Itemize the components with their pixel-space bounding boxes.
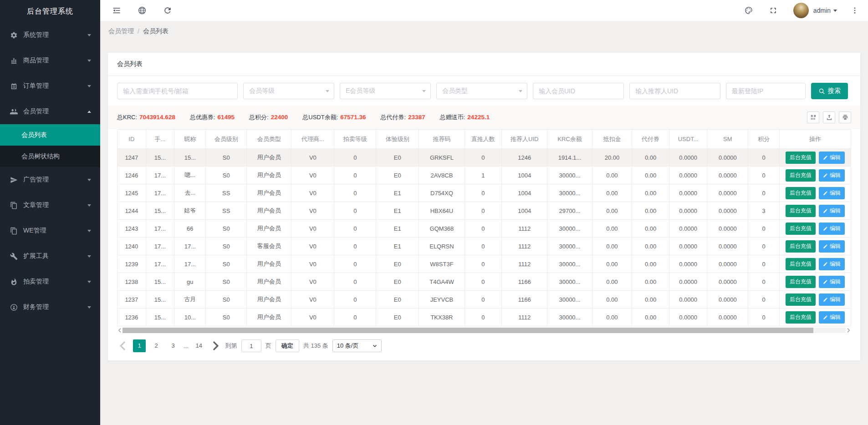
recharge-button[interactable]: 后台充值 — [786, 223, 816, 235]
horizontal-scrollbar — [117, 327, 851, 333]
stat-item: 总USDT余额:67571.36 — [302, 113, 366, 121]
export-icon — [826, 114, 832, 121]
stat-value: 22400 — [271, 114, 288, 121]
users-icon — [10, 108, 18, 116]
page-size-select[interactable]: 10 条/页 — [332, 339, 382, 352]
recharge-button[interactable]: 后台充值 — [786, 152, 816, 164]
table-cell: 1238 — [117, 273, 146, 291]
recharge-button[interactable]: 后台充值 — [786, 293, 816, 306]
action-cell: 后台充值编辑 — [780, 220, 851, 238]
edit-button-label: 编辑 — [830, 207, 841, 215]
table-row: 123715...古月S0用户会员V00E0JEYVCB0116630000..… — [117, 291, 851, 309]
goto-page-input[interactable] — [241, 339, 261, 352]
edit-button[interactable]: 编辑 — [819, 169, 845, 182]
user-menu[interactable]: admin — [813, 7, 837, 14]
sidebar-item-4[interactable]: 广告管理 — [0, 167, 100, 192]
table-cell: 30000... — [547, 184, 592, 202]
edit-button[interactable]: 编辑 — [819, 223, 845, 235]
sidebar-item-3[interactable]: 会员管理 — [0, 99, 100, 124]
recharge-button[interactable]: 后台充值 — [786, 311, 816, 324]
edit-button[interactable]: 编辑 — [819, 311, 845, 324]
goto-label: 到第 — [225, 342, 237, 350]
columns-button[interactable] — [807, 111, 819, 123]
more-menu-icon[interactable] — [851, 6, 859, 15]
scrollbar-thumb[interactable] — [123, 328, 813, 333]
page-number-3[interactable]: 3 — [167, 339, 179, 352]
member-level-select[interactable]: 会员等级 — [243, 83, 334, 99]
plane-icon — [10, 176, 18, 184]
column-header: 会员类型 — [247, 130, 291, 149]
sidebar-collapse-icon[interactable] — [112, 6, 121, 15]
action-buttons: 后台充值编辑 — [782, 187, 848, 199]
breadcrumb-section[interactable]: 会员管理 — [108, 27, 134, 35]
avatar[interactable] — [793, 3, 809, 18]
recharge-button[interactable]: 后台充值 — [786, 187, 816, 199]
recharge-button[interactable]: 后台充值 — [786, 276, 816, 288]
print-button[interactable] — [839, 111, 851, 123]
sidebar-item-5[interactable]: 文章管理 — [0, 192, 100, 218]
pencil-icon — [823, 208, 828, 213]
search-button[interactable]: 搜索 — [811, 83, 848, 99]
prev-page-icon[interactable] — [117, 339, 129, 352]
export-button[interactable] — [823, 111, 835, 123]
page-number-14[interactable]: 14 — [193, 339, 205, 352]
edit-button[interactable]: 编辑 — [819, 293, 845, 306]
sidebar-subitem-1[interactable]: 会员树状结构 — [0, 146, 100, 167]
table-cell: 1243 — [117, 220, 146, 238]
edit-button-label: 编辑 — [830, 225, 841, 233]
sidebar-item-label: 订单管理 — [23, 82, 87, 90]
e-member-level-select[interactable]: E会员等级 — [340, 83, 431, 99]
next-page-icon[interactable] — [209, 339, 221, 352]
latest-login-ip-input[interactable] — [726, 83, 806, 99]
scroll-left-icon[interactable] — [117, 328, 123, 333]
table-cell: 0 — [465, 184, 501, 202]
table-cell: 0.0000 — [669, 184, 707, 202]
table-cell: 3 — [748, 202, 780, 220]
edit-button-label: 编辑 — [830, 154, 841, 162]
recharge-button[interactable]: 后台充值 — [786, 169, 816, 182]
sidebar-menu: 系统管理商品管理订单管理会员管理会员列表会员树状结构广告管理文章管理WE管理扩展… — [0, 22, 100, 320]
sidebar-item-2[interactable]: 订单管理 — [0, 73, 100, 99]
action-cell: 后台充值编辑 — [780, 291, 851, 309]
grid-icon — [810, 114, 817, 121]
table-cell: 1112 — [502, 220, 547, 238]
language-globe-icon[interactable] — [138, 6, 147, 15]
member-type-select[interactable]: 会员类型 — [436, 83, 527, 99]
table-cell: S0 — [206, 309, 247, 326]
recharge-button[interactable]: 后台充值 — [786, 240, 816, 253]
sidebar-item-8[interactable]: 拍卖管理 — [0, 269, 100, 294]
edit-button[interactable]: 编辑 — [819, 258, 845, 270]
table-cell: SS — [206, 202, 247, 220]
edit-button[interactable]: 编辑 — [819, 240, 845, 253]
theme-palette-icon[interactable] — [744, 6, 753, 15]
scrollbar-track[interactable] — [123, 328, 846, 333]
edit-button[interactable]: 编辑 — [819, 152, 845, 164]
sidebar-subitem-0[interactable]: 会员列表 — [0, 124, 100, 146]
page-number-1[interactable]: 1 — [133, 339, 146, 352]
sidebar-item-9[interactable]: 财务管理 — [0, 294, 100, 320]
stat-value: 67571.36 — [340, 114, 366, 121]
edit-button[interactable]: 编辑 — [819, 187, 845, 199]
gear-icon — [10, 31, 18, 39]
table-cell: 15... — [146, 309, 174, 326]
card-title: 会员列表 — [108, 53, 860, 76]
table-cell: 0.00 — [632, 202, 669, 220]
fullscreen-icon[interactable] — [769, 6, 778, 15]
recharge-button[interactable]: 后台充值 — [786, 205, 816, 217]
table-row: 123917...17...S0用户会员V00E0W8ST3F011123000… — [117, 255, 851, 273]
refresh-icon[interactable] — [163, 6, 172, 15]
phone-email-input[interactable] — [117, 83, 238, 99]
scroll-right-icon[interactable] — [846, 328, 851, 333]
sidebar-item-7[interactable]: 扩展工具 — [0, 243, 100, 269]
member-uid-input[interactable] — [533, 83, 624, 99]
sidebar-item-1[interactable]: 商品管理 — [0, 48, 100, 73]
edit-button[interactable]: 编辑 — [819, 205, 845, 217]
page-number-2[interactable]: 2 — [150, 339, 163, 352]
table-cell: V0 — [291, 273, 334, 291]
recharge-button[interactable]: 后台充值 — [786, 258, 816, 270]
confirm-button[interactable]: 确定 — [276, 339, 299, 352]
referrer-uid-input[interactable] — [629, 83, 720, 99]
sidebar-item-6[interactable]: WE管理 — [0, 218, 100, 243]
edit-button[interactable]: 编辑 — [819, 276, 845, 288]
sidebar-item-0[interactable]: 系统管理 — [0, 22, 100, 48]
